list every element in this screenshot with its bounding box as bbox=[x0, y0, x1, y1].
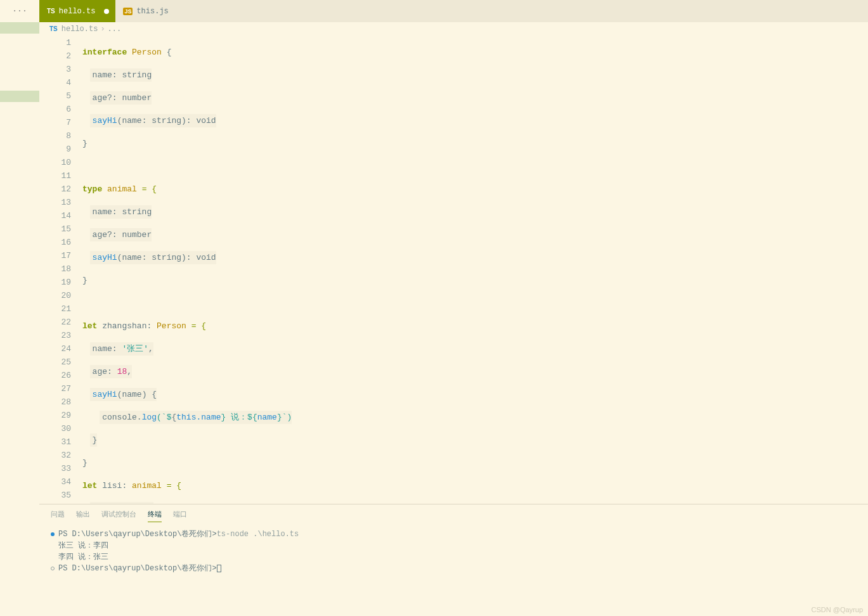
panel-tab-terminal[interactable]: 终端 bbox=[148, 510, 162, 522]
breadcrumb-file: hello.ts bbox=[62, 25, 98, 34]
panel-tab-output[interactable]: 输出 bbox=[76, 510, 90, 522]
line-gutter: 1 2 3 4 5 6 7 8 9 10 11 12 13 14 15 16 1… bbox=[39, 36, 74, 504]
tab-bar: TS hello.ts JS this.js bbox=[39, 0, 868, 22]
typescript-icon: TS bbox=[47, 8, 55, 15]
typescript-icon: TS bbox=[49, 25, 58, 32]
modified-dot-icon bbox=[104, 9, 109, 14]
bottom-panel: 问题 输出 调试控制台 终端 端口 PS D:\Users\qayrup\Des… bbox=[39, 504, 868, 616]
status-dot-icon bbox=[51, 567, 55, 570]
tab-hello-ts[interactable]: TS hello.ts bbox=[39, 0, 115, 22]
panel-tab-problems[interactable]: 问题 bbox=[51, 510, 65, 522]
panel-tab-bar: 问题 输出 调试控制台 终端 端口 bbox=[39, 504, 868, 525]
watermark: CSDN @Qayrup bbox=[812, 606, 863, 613]
breadcrumb-more: ... bbox=[108, 25, 122, 34]
chevron-right-icon: › bbox=[100, 25, 105, 34]
terminal-output: 张三 说：李四 bbox=[51, 540, 857, 551]
tab-this-js[interactable]: JS this.js bbox=[115, 0, 174, 22]
terminal[interactable]: PS D:\Users\qayrup\Desktop\卷死你们> ts-node… bbox=[39, 525, 868, 616]
code-editor[interactable]: 1 2 3 4 5 6 7 8 9 10 11 12 13 14 15 16 1… bbox=[39, 36, 868, 504]
status-dot-icon bbox=[51, 532, 55, 536]
breadcrumb[interactable]: TS hello.ts › ... bbox=[39, 22, 868, 36]
change-marker bbox=[0, 91, 39, 102]
change-marker bbox=[0, 22, 39, 34]
panel-tab-debug[interactable]: 调试控制台 bbox=[101, 510, 136, 522]
ellipsis-icon: ··· bbox=[12, 6, 27, 16]
more-button[interactable]: ··· bbox=[0, 0, 39, 22]
code-content[interactable]: interface Person { name: string age?: nu… bbox=[74, 36, 868, 504]
tab-label: this.js bbox=[136, 7, 168, 16]
overview-ruler bbox=[0, 22, 39, 616]
javascript-icon: JS bbox=[123, 8, 133, 15]
tab-label: hello.ts bbox=[59, 7, 96, 16]
panel-tab-ports[interactable]: 端口 bbox=[173, 510, 187, 522]
cursor-icon bbox=[217, 565, 221, 572]
terminal-output: 李四 说：张三 bbox=[51, 551, 857, 563]
